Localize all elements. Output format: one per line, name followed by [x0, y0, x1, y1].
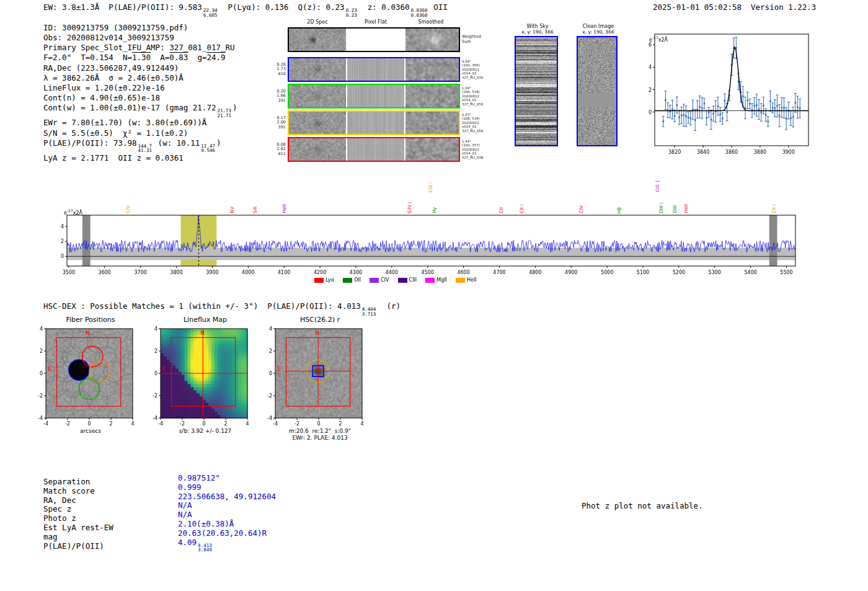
match-value-photoz: N/A	[178, 510, 276, 520]
gmag-uncertainty-stack: 21.7321.71	[217, 109, 231, 118]
fiber-xlabel: arcsecs	[30, 428, 135, 435]
legend-label: MgII	[436, 277, 447, 283]
clean-image-panel: Clean Image x, y: 190, 366	[577, 24, 620, 149]
airmass-value: 0.83	[169, 53, 188, 62]
with-sky-title: With Sky	[515, 24, 560, 29]
spec2d-row: 0.201.663911.09"(188, 534)20200812v014_0…	[273, 84, 521, 109]
pixel-flat-image	[347, 58, 404, 81]
spectrum-legend: LyαOIICIVCIIIMgIIHeII	[55, 277, 737, 283]
match-value-restew: 2.10(±0.38)Å	[178, 520, 276, 529]
spec2d-annotation-line: Sum	[462, 40, 495, 45]
match-plae-lower: 3.849	[198, 548, 212, 553]
fiber-positions-widget: Fiber Positions arcsecs	[30, 316, 135, 435]
fullspec-unit-label: e-17x2Å	[64, 208, 82, 216]
spec2d-weight-value: 391	[273, 125, 286, 130]
spec2d-image-strip	[288, 84, 460, 109]
line-fit-plot	[639, 25, 815, 158]
info-line-plae: P(LAE)/P(OII): 73.98144.741.31 (w: 10.11…	[43, 138, 237, 153]
legend-swatch	[425, 278, 435, 283]
header-ew-plae-text: EW: 3.8±1.3Å P(LAE)/P(OII): 9.583	[43, 2, 202, 12]
spectral-line-labels: CIVNVSiIIHeIISiIV (CIII (HγCIICII (CIVHβ…	[55, 162, 808, 213]
legend-label: OII	[354, 277, 361, 283]
match-label-score: Match score	[43, 487, 113, 496]
hsc-dex-match-line: HSC-DEX : Possible Matches = 1 (within +…	[43, 301, 401, 316]
match-value-mag: 20.63(20.63,20.64)R	[178, 529, 276, 538]
smoothed-image	[405, 58, 459, 81]
spec2d-fiber-annotation: 1.44"(190, 357)20200812v014_01327_RU_03B	[462, 140, 495, 159]
hsc-match-text: HSC-DEX : Possible Matches = 1 (within +…	[43, 301, 361, 311]
plae2-lower: 9.596	[201, 148, 215, 153]
match-plae-stack: 4.4133.849	[198, 543, 212, 553]
legend-item: OII	[343, 277, 361, 283]
info-line-sn-chi2: S/N = 5.5(±0.5) χ² = 1.1(±0.2)	[43, 128, 237, 138]
match-table-labels: Separation Match score RA, Dec Spec z Ph…	[43, 478, 113, 551]
legend-swatch	[314, 278, 324, 283]
spec2d-row: 0.172.003910.67"(188, 534)20200812v014_0…	[273, 110, 521, 135]
spec2d-weight-value: 410	[273, 72, 286, 77]
spec2d-image	[289, 138, 346, 161]
spec2d-rows: WeightedSum0.281.734100.84"(190, 366)202…	[273, 27, 521, 162]
smoothed-image	[405, 112, 459, 134]
match-label-mag: mag	[43, 533, 113, 542]
smoothed-image	[405, 85, 459, 107]
unit-suffix: x2Å	[73, 210, 82, 216]
hsc-caption-morphology: m:20.6 re:1.2" s:0.9"	[259, 428, 365, 435]
header-line-id: OII	[429, 2, 448, 12]
hsc-caption-ewr-plae: EWr: 2. PLAE: 4.013	[259, 435, 365, 442]
hsc-plae-stack: 4.4043.713	[362, 307, 376, 316]
spec2d-image-strip	[288, 27, 460, 52]
spec2d-annotation-line: 327_RU_03B	[462, 156, 495, 159]
spec2d-image	[289, 112, 346, 134]
info-line-primary-amp: Primary Spec_Slot_IFU_AMP: 327_081_017_R…	[43, 43, 237, 53]
spec2d-weight-value: 391	[273, 99, 286, 104]
info-line-ewr: EWr = 7.80(±1.70) (w: 3.80(±0.69))Å	[43, 118, 237, 128]
spec2d-section: 2D Spec Pixel Flat Smoothed WeightedSum0…	[273, 19, 521, 164]
norm-value: 1.30	[132, 53, 151, 62]
linefit-unit-label: e-17x2Å	[649, 35, 668, 43]
spec2d-column-headers: 2D Spec Pixel Flat Smoothed	[273, 19, 521, 27]
pixel-flat-image	[347, 29, 404, 51]
fiber-positions-plot	[30, 325, 135, 425]
hsc-cutout-title: HSC(26.2) r	[259, 316, 365, 325]
legend-label: CIV	[381, 277, 389, 283]
match-label-plae: P(LAE)/P(OII)	[43, 542, 113, 551]
lineflux-map-widget: Lineflux Map s/b: 3.92 +/- 0.127	[144, 316, 250, 435]
spec2d-header-2dspec: 2D Spec	[307, 19, 327, 25]
spec2d-annotation-line: 327_RU_058	[462, 129, 495, 133]
spec2d-image-strip	[288, 137, 460, 162]
info-line-obs: Obs: 20200812v014_3009213759	[43, 33, 237, 43]
spec2d-row: WeightedSum	[273, 27, 521, 52]
legend-item: MgII	[425, 277, 447, 283]
legend-item: Lyα	[314, 277, 334, 283]
gmag-lower: 21.71	[217, 113, 231, 118]
legend-item: HeII	[456, 277, 477, 283]
plae-stack-1: 144.741.31	[138, 144, 153, 153]
info-line-seeing: F=2.0" T=0.154 N=1.30 A=0.83 g=24.9	[43, 53, 237, 63]
with-sky-image	[515, 36, 558, 146]
detection-info-block: ID: 3009213759 (3009213759.pdf) Obs: 202…	[43, 23, 237, 163]
header-z-text: z: 0.0360	[358, 2, 410, 12]
smoothed-image	[405, 29, 459, 51]
match-value-score: 0.999	[178, 483, 276, 492]
smoothed-image	[405, 138, 459, 161]
seeing-text3: g=	[188, 53, 206, 62]
match-value-specz: N/A	[178, 501, 276, 510]
spec2d-header-pixelflat: Pixel Flat	[365, 19, 387, 25]
spec2d-annotation-line: 327_RU_039	[462, 76, 495, 79]
lineflux-map-title: Lineflux Map	[144, 316, 250, 325]
pixel-flat-image	[347, 112, 404, 134]
plae-text: P(LAE)/P(OII): 73.98	[43, 138, 137, 148]
hsc-band-text: (r)	[377, 301, 401, 311]
spectral-line-label: OIII {	[655, 180, 660, 192]
info-line-cont-n: Cont(n) = 4.90(±0.65)e-18	[43, 93, 237, 103]
match-label-separation: Separation	[43, 478, 113, 487]
match-label-specz: Spec z	[43, 505, 113, 514]
spec2d-annotation-line: 327_RU_058	[462, 102, 495, 106]
plae-poii-uncertainty-stack: 22.346.605	[203, 8, 218, 17]
spec2d-fiber-annotation: 0.84"(190, 366)20200812v014_02327_RU_039	[462, 60, 495, 79]
plae-text2: (w: 10.11	[153, 138, 200, 148]
cont-w-text: Cont(w) = 1.00(±0.01)e-17 (gmag 21.72	[43, 103, 216, 112]
spec2d-weight-labels: 0.281.73410	[273, 63, 288, 77]
info-line-id: ID: 3009213759 (3009213759.pdf)	[43, 23, 237, 33]
with-sky-panel: With Sky x, y: 190, 366	[515, 24, 560, 149]
